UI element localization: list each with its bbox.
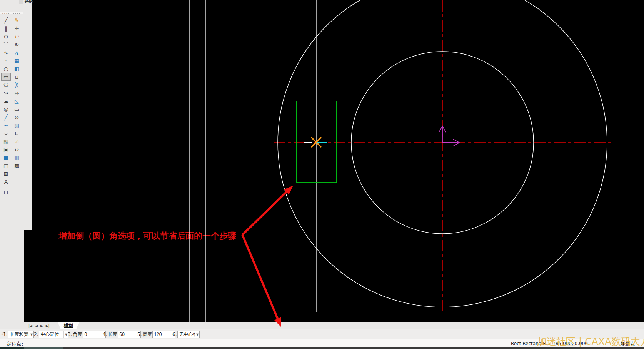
region-select-tool-icon[interactable]: ⊡ [1,188,11,196]
sheet-tab-bar: |◀ ◀ ▶ ▶| 模型 [0,322,644,329]
rotate-tool-icon[interactable]: ↻ [12,40,22,48]
concentric-circle-tool-icon[interactable]: ◎ [1,105,11,113]
tangent-circle-tool-icon[interactable]: ⊘ [12,113,22,121]
param-centerline-group: 6. 无中心线 ▼ [172,331,200,338]
hatch-tool-icon[interactable]: ▨ [1,137,11,145]
draw-tool-column: •••• ╱∥⊙⌒∿·○▭⬠↪☁◎╱∼⌣▨▣■▢⊞A⊡ [1,12,11,196]
anchor-dropdown[interactable]: 中心定位 ▼ [39,331,68,338]
construction-line-tool-icon[interactable]: ╱ [1,113,11,121]
tool-palette: •••• ╱∥⊙⌒∿·○▭⬠↪☁◎╱∼⌣▨▣■▢⊞A⊡ •••• ✎✛↩↻◮▦◧… [0,12,23,14]
command-history[interactable]: Rect Rectang R... [511,341,551,346]
taskbar-segment [0,347,24,349]
circle-tool-icon[interactable]: ⊙ [1,32,11,40]
insert-table-tool-icon[interactable]: ⊞ [1,170,11,178]
array-tool-icon[interactable]: ▦ [12,57,22,65]
param-mode-group: 1. 长度和宽度 ▼ [3,331,34,338]
plot-machine-tool-icon[interactable]: ▩ [12,161,22,170]
polyline-tool-icon[interactable]: ↪ [1,89,11,97]
scale-tool-icon[interactable]: ◧ [12,65,22,73]
panel-corner-chip [19,0,23,4]
ellipse-tool-icon[interactable]: ○ [1,65,11,73]
param-length-group: 4.长度 [103,331,141,338]
palette-drag-handle[interactable]: •••• [1,12,11,16]
taskbar-sliver [0,347,644,349]
spline-tool-icon[interactable]: ∿ [1,48,11,57]
param-anchor-group: 2. 中心定位 ▼ [34,331,68,338]
arc-tool-icon[interactable]: ⌒ [1,40,11,48]
tool-divider [1,186,11,188]
prev-sheet-button[interactable]: ◀ [35,323,38,329]
taskbar-segment [24,347,63,349]
drawing-canvas[interactable] [0,0,644,322]
palette-drag-handle[interactable]: •••• [12,12,22,16]
new-sheet-tool-icon[interactable]: ▢ [1,161,11,170]
box-3d-tool-icon[interactable]: ▧ [12,121,22,129]
closed-spline-tool-icon[interactable]: ☁ [1,97,11,105]
tab-model[interactable]: 模型 [58,322,79,329]
mode-dropdown[interactable]: 长度和宽度 ▼ [8,331,34,338]
next-sheet-button[interactable]: ▶ [40,323,43,329]
gradient-fill-tool-icon[interactable]: ■ [1,153,11,161]
text-tool-icon[interactable]: A [1,178,11,186]
cursor-coordinates: -185.000, 0.000 [551,341,588,346]
break-window-tool-icon[interactable]: ▭ [12,105,22,113]
annotation-note: 增加倒（圆）角选项，可以节省后面的一个步骤 [58,230,236,242]
dimension-tool-icon[interactable]: ↔ [12,145,22,153]
chamfer-tool-icon[interactable]: ◺ [12,97,22,105]
mirror-tool-icon[interactable]: ◮ [12,48,22,57]
sheet-nav: |◀ ◀ ▶ ▶| [28,323,50,329]
polygon-tool-icon[interactable]: ⬠ [1,81,11,89]
wave-line-tool-icon[interactable]: ∼ [1,121,11,129]
line-tool-icon[interactable]: ╱ [1,16,11,24]
extend-tool-icon[interactable]: ↦ [12,89,22,97]
trim-tool-icon[interactable]: ╳ [12,81,22,89]
param-angle-group: 3.角度 [68,331,106,338]
grid-icon: ### [24,0,33,4]
stretch-tool-icon[interactable]: ▫ [12,73,22,81]
image-view-tool-icon[interactable]: ▥ [12,153,22,161]
offset-tool-icon[interactable]: ↩ [12,32,22,40]
left-toolbar-panel-lower [0,230,24,322]
chevron-down-icon: ▼ [29,331,33,338]
parallel-line-tool-icon[interactable]: ∥ [1,24,11,32]
modify-tool-column: •••• ✎✛↩↻◮▦◧▫╳↦◺▭⊘▧∟⊿↔▥▩ [12,12,22,170]
param-width-group: 5.宽度 [137,331,175,338]
status-bar: 定位点: Rect Rectang R... -185.000, 0.000 屏… [0,339,644,347]
parameter-bar: ⁞⁞ 1. 长度和宽度 ▼ 2. 中心定位 ▼ 3.角度 4.长度 5.宽度 6… [0,329,644,339]
centerline-dropdown[interactable]: 无中心线 ▼ [177,331,200,338]
profile-tool-icon[interactable]: ▣ [1,145,11,153]
last-sheet-button[interactable]: ▶| [46,323,50,329]
rectangle-tool-icon[interactable]: ▭ [1,73,11,81]
sketch-pencil-tool-icon[interactable]: ✎ [12,16,22,24]
curve-tool-icon[interactable]: ⌣ [1,129,11,137]
step-profile-tool-icon[interactable]: ∟ [12,129,22,137]
dimension-edit-tool-icon[interactable]: ⊿ [12,137,22,145]
chevron-down-icon: ▼ [195,331,199,338]
move-tool-icon[interactable]: ✛ [12,24,22,32]
first-sheet-button[interactable]: |◀ [28,323,32,329]
point-tool-icon[interactable]: · [1,57,11,65]
